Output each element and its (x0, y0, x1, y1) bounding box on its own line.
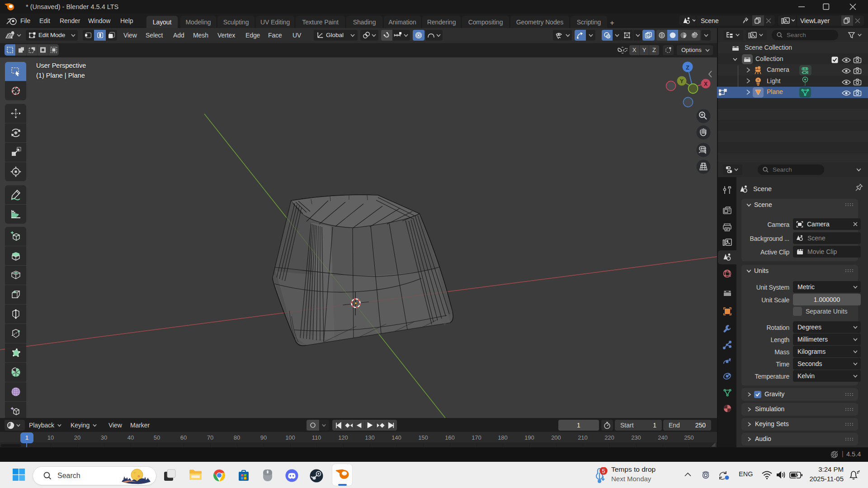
svg-text:5: 5 (602, 468, 605, 474)
svg-text:z: z (859, 469, 860, 473)
svg-text:Y: Y (680, 78, 684, 84)
svg-text:X: X (704, 81, 708, 87)
svg-text:Z: Z (686, 64, 689, 71)
